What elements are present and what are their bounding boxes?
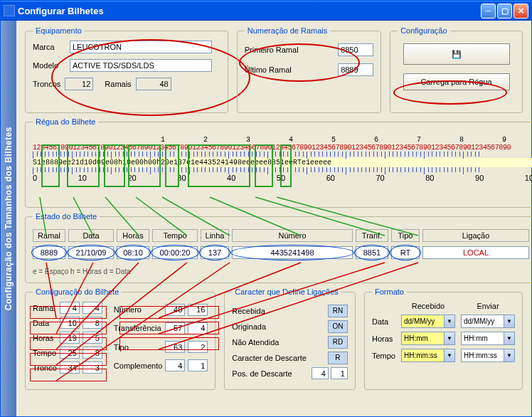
caracter-rows: RecebidaRNOriginadaONNão AtendidaRDCarac… (232, 305, 348, 364)
caracter-label: Originada (232, 322, 266, 331)
equipamento-legend: Equipamento (33, 26, 85, 35)
chevron-down-icon: ▼ (444, 332, 454, 344)
caracter-row: OriginadaON (232, 320, 348, 333)
estado-header: Tempo (152, 229, 198, 242)
formato-rows: Datadd/MM/yy▼dd/MM/yy▼HorasHH:mm▼HH:mm▼T… (372, 315, 515, 362)
chevron-down-icon: ▼ (504, 349, 514, 361)
caracter-row: RecebidaRN (232, 305, 348, 317)
cfg-start-input[interactable] (165, 359, 185, 371)
pos-descarte-label: Pos. de Descarte (232, 369, 292, 378)
formato-combo[interactable]: HH:mm:ss▼ (401, 349, 455, 362)
close-button[interactable]: ✕ (514, 4, 528, 19)
formato-grid: Recebido Enviar (372, 302, 515, 310)
annotation-red-box (30, 306, 107, 319)
ruler-top-majors: 1 2 3 4 5 6 7 8 9 0 1 (33, 136, 532, 144)
estado-legend-small: e = Espaço h = Horas d = Data (33, 268, 529, 275)
window-title: Configurar Bilhetes (18, 6, 481, 16)
regua-group: Régua do Bilhete 1 2 3 4 5 6 7 8 9 0 1 1… (25, 117, 532, 208)
estado-values: 888921/10/0908:1000:00:20137443524149888… (33, 246, 529, 259)
cfgbilhete-group: Configuração do Bilhete RamalDataHorasTe… (25, 287, 216, 390)
caracter-value[interactable]: ON (328, 320, 348, 333)
annotation-ellipse (51, 39, 250, 116)
annotation-green-box (188, 144, 250, 187)
annotation-red-box (30, 337, 107, 350)
caracter-row: Não AtendidaRD (232, 336, 348, 349)
caracter-value[interactable]: RN (328, 305, 348, 317)
save-icon: 💾 (452, 50, 462, 58)
configuracao-group: Configuração 💾 Carrega para Régua (390, 26, 523, 113)
annotation-ellipse (239, 43, 360, 82)
annotation-red-box (119, 337, 219, 350)
estado-header: Horas (117, 229, 149, 242)
caracter-label: Recebida (232, 307, 265, 315)
configuracao-legend: Configuração (398, 26, 449, 35)
caracter-legend: Caracter que Define Ligações (232, 287, 341, 296)
annotation-red-box (30, 353, 107, 366)
formato-combo[interactable]: dd/MM/yy▼ (461, 315, 515, 328)
annotation-red-box (119, 306, 219, 319)
estado-header: Ramal (33, 229, 65, 242)
annotation-green-box (67, 144, 100, 187)
marca-label: Marca (33, 43, 70, 51)
annotation-green-box (255, 144, 273, 187)
chevron-down-icon: ▼ (444, 315, 454, 327)
caracter-row: Caracter de DescarteR (232, 352, 348, 364)
chevron-down-icon: ▼ (444, 349, 454, 361)
sidebar-title: Configuração dos Tamanhos dos Bilhetes (4, 127, 14, 310)
annotation-red-box (30, 369, 107, 381)
estado-value: LOCAL (422, 246, 529, 259)
estado-legend: Estado do Bilhete (33, 212, 100, 221)
caracter-label: Não Atendida (232, 338, 279, 347)
annotation-green-box (41, 144, 60, 187)
app-icon (4, 5, 15, 16)
pos-a-input[interactable] (312, 367, 329, 379)
sidebar: Configuração dos Tamanhos dos Bilhetes (1, 21, 16, 416)
formato-combo[interactable]: HH:mm▼ (401, 332, 455, 345)
formato-col-recebido: Recebido (401, 302, 455, 310)
window: Configurar Bilhetes ─ ▢ ✕ Configuração d… (0, 0, 532, 417)
annotation-red-box (30, 322, 107, 334)
cfg-len-input[interactable] (188, 359, 208, 371)
ruler: 1 2 3 4 5 6 7 8 9 0 1 123456789012345678… (33, 136, 532, 200)
formato-col-enviar: Enviar (461, 302, 515, 310)
annotation-ellipse (393, 80, 507, 105)
formato-combo[interactable]: dd/MM/yy▼ (401, 315, 455, 328)
numeracao-legend: Numeração de Ramais (245, 26, 331, 35)
formato-label: Data (372, 317, 395, 326)
formato-group: Formato Recebido Enviar Datadd/MM/yy▼dd/… (364, 287, 523, 390)
client-area: Equipamento Marca Modelo Troncos Ramais … (16, 21, 531, 416)
formato-combo[interactable]: HH:mm:ss▼ (461, 349, 515, 362)
estado-header: Ligação (422, 229, 529, 242)
formato-combo[interactable]: HH:mm▼ (461, 332, 515, 345)
formato-label: Tempo (372, 352, 395, 360)
annotation-green-box (104, 144, 125, 187)
cfgbilhete-legend: Configuração do Bilhete (33, 287, 122, 296)
cfg-label: Complemento (114, 361, 162, 370)
minimize-button[interactable]: ─ (481, 4, 496, 19)
estado-header: Tipo (391, 229, 420, 242)
estado-headers: RamalDataHorasTempoLinhaNúmeroTranf.Tipo… (33, 229, 529, 242)
pos-descarte-row: Pos. de Descarte (232, 367, 348, 379)
estado-header: Linha (201, 229, 229, 242)
titlebar[interactable]: Configurar Bilhetes ─ ▢ ✕ (1, 1, 531, 21)
regua-legend: Régua do Bilhete (33, 117, 98, 126)
estado-header: Tranf. (356, 229, 388, 242)
caracter-value[interactable]: RD (328, 336, 348, 349)
estado-group: Estado do Bilhete RamalDataHorasTempoLin… (25, 212, 532, 283)
chevron-down-icon: ▼ (504, 332, 514, 344)
annotation-green-box (280, 144, 292, 187)
annotation-green-box (128, 144, 161, 187)
numeracao-group: Numeração de Ramais Primeiro Ramal Últim… (237, 26, 381, 113)
estado-header: Data (68, 229, 114, 242)
annotation-red-box (119, 322, 219, 334)
formato-label: Horas (372, 334, 395, 343)
annotation-green-box (165, 144, 179, 187)
equipamento-group: Equipamento Marca Modelo Troncos Ramais (25, 26, 228, 113)
maximize-button[interactable]: ▢ (497, 4, 512, 19)
pos-b-input[interactable] (331, 367, 348, 379)
save-button[interactable]: 💾 (403, 43, 510, 65)
formato-legend: Formato (372, 287, 407, 296)
caracter-label: Caracter de Descarte (232, 354, 307, 362)
caracter-value[interactable]: R (328, 352, 348, 364)
caracter-group: Caracter que Define Ligações RecebidaRNO… (224, 287, 356, 390)
